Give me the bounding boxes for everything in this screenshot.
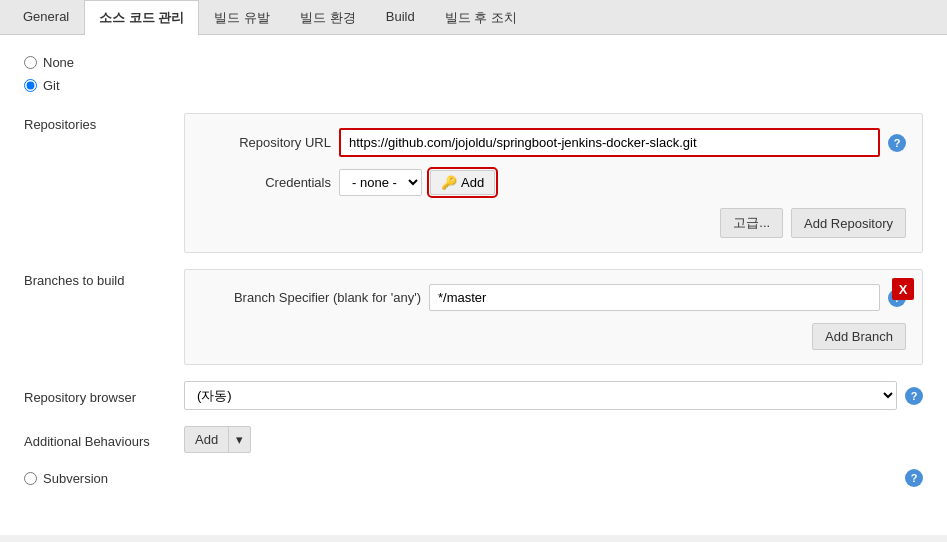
branch-specifier-row: Branch Specifier (blank for 'any') ? (201, 284, 906, 311)
tab-post-build[interactable]: 빌드 후 조치 (430, 0, 532, 35)
tab-bar: General 소스 코드 관리 빌드 유발 빌드 환경 Build 빌드 후 … (0, 0, 947, 35)
branch-specifier-input[interactable] (429, 284, 880, 311)
tab-source-code[interactable]: 소스 코드 관리 (84, 0, 199, 35)
branches-section: Branches to build X Branch Specifier (bl… (24, 269, 923, 365)
behaviours-section: Additional Behaviours Add ▾ (24, 426, 923, 453)
subversion-help-icon[interactable]: ? (905, 469, 923, 487)
add-credentials-button[interactable]: 🔑 Add (430, 170, 495, 195)
branches-content: X Branch Specifier (blank for 'any') ? A… (184, 269, 923, 365)
subversion-label: Subversion (43, 471, 108, 486)
repository-url-input[interactable] (339, 128, 880, 157)
add-repository-button[interactable]: Add Repository (791, 208, 906, 238)
tab-build[interactable]: Build (371, 0, 430, 35)
repositories-section: Repositories Repository URL ? Credential… (24, 113, 923, 253)
branch-action-buttons: Add Branch (201, 323, 906, 350)
repositories-content: Repository URL ? Credentials - none - 🔑 … (184, 113, 923, 253)
browser-select[interactable]: (자동) (184, 381, 897, 410)
radio-none-input[interactable] (24, 56, 37, 69)
url-label: Repository URL (201, 135, 331, 150)
url-help-icon[interactable]: ? (888, 134, 906, 152)
specifier-label: Branch Specifier (blank for 'any') (201, 290, 421, 305)
subversion-row: Subversion ? (24, 469, 923, 487)
advanced-button[interactable]: 고급... (720, 208, 783, 238)
credentials-label: Credentials (201, 175, 331, 190)
repository-url-row: Repository URL ? (201, 128, 906, 157)
browser-label: Repository browser (24, 386, 184, 405)
dropdown-arrow-icon: ▾ (229, 427, 250, 452)
branches-label: Branches to build (24, 269, 184, 365)
radio-git-label: Git (43, 78, 60, 93)
credentials-row: Credentials - none - 🔑 Add (201, 169, 906, 196)
repo-action-buttons: 고급... Add Repository (201, 208, 906, 238)
add-branch-button[interactable]: Add Branch (812, 323, 906, 350)
vcs-radio-group: None Git (24, 55, 923, 93)
behaviours-label: Additional Behaviours (24, 430, 184, 449)
radio-git-input[interactable] (24, 79, 37, 92)
remove-branch-button[interactable]: X (892, 278, 914, 300)
tab-general[interactable]: General (8, 0, 84, 35)
radio-none[interactable]: None (24, 55, 923, 70)
browser-section: Repository browser (자동) ? (24, 381, 923, 410)
add-behaviour-label: Add (185, 427, 229, 452)
tab-build-trigger[interactable]: 빌드 유발 (199, 0, 285, 35)
radio-subversion-input[interactable] (24, 472, 37, 485)
radio-git[interactable]: Git (24, 78, 923, 93)
add-behaviour-button[interactable]: Add ▾ (184, 426, 251, 453)
credentials-select[interactable]: - none - (339, 169, 422, 196)
main-content: None Git Repositories Repository URL ? C… (0, 35, 947, 535)
key-icon: 🔑 (441, 175, 457, 190)
radio-none-label: None (43, 55, 74, 70)
tab-build-env[interactable]: 빌드 환경 (285, 0, 371, 35)
add-cred-label: Add (461, 175, 484, 190)
browser-help-icon[interactable]: ? (905, 387, 923, 405)
repositories-label: Repositories (24, 113, 184, 253)
